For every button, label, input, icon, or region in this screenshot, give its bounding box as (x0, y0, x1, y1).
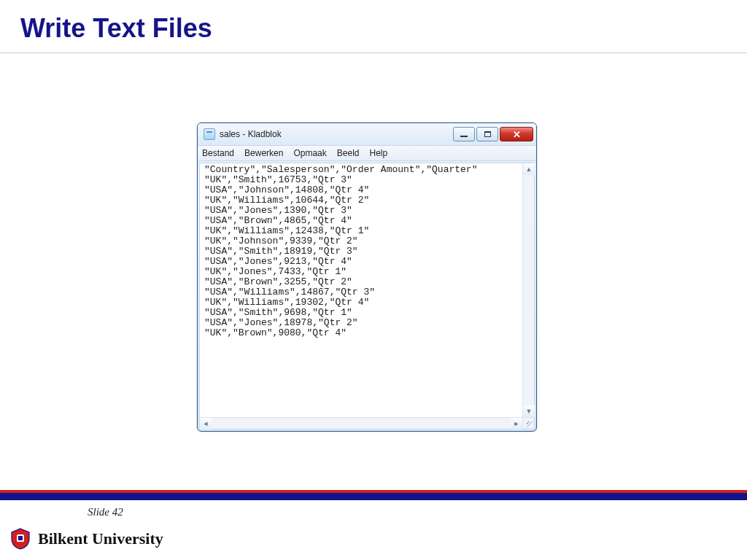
minimize-button[interactable] (453, 127, 475, 141)
menu-help[interactable]: Help (369, 148, 387, 158)
editor-area: "Country","Salesperson","Order Amount","… (199, 163, 535, 429)
text-content[interactable]: "Country","Salesperson","Order Amount","… (200, 163, 534, 429)
footer-stripes (0, 490, 747, 500)
menubar: Bestand Bewerken Opmaak Beeld Help (198, 145, 536, 161)
window-controls: ✕ (452, 127, 533, 141)
stripe-navy (0, 493, 747, 500)
maximize-icon (484, 131, 491, 137)
notepad-window: sales - Kladblok ✕ Bestand Bewerken Opma… (197, 122, 537, 432)
menu-view[interactable]: Beeld (337, 148, 360, 158)
resize-grip-icon[interactable] (522, 417, 534, 429)
horizontal-scrollbar[interactable]: ◄ ► (200, 417, 522, 429)
close-icon: ✕ (513, 130, 521, 139)
scroll-down-icon: ▼ (523, 405, 535, 417)
menu-format[interactable]: Opmaak (293, 148, 326, 158)
slide: Write Text Files sales - Kladblok ✕ Best… (0, 0, 747, 560)
minimize-icon (460, 136, 468, 137)
menu-file[interactable]: Bestand (202, 148, 234, 158)
scroll-left-icon: ◄ (200, 418, 212, 429)
title-divider (0, 52, 747, 53)
svg-rect-1 (18, 536, 23, 540)
scroll-right-icon: ► (511, 418, 522, 429)
slide-number: Slide 42 (88, 506, 123, 518)
university-branding: Bilkent University (10, 528, 163, 550)
scroll-up-icon: ▲ (523, 163, 535, 175)
university-crest-icon (10, 528, 31, 550)
notepad-icon (204, 128, 215, 140)
window-title: sales - Kladblok (220, 129, 282, 139)
menu-edit[interactable]: Bewerken (244, 148, 283, 158)
maximize-button[interactable] (476, 127, 498, 141)
slide-title: Write Text Files (0, 0, 747, 52)
titlebar[interactable]: sales - Kladblok ✕ (198, 123, 536, 145)
university-name: Bilkent University (38, 529, 163, 548)
close-button[interactable]: ✕ (500, 127, 533, 141)
vertical-scrollbar[interactable]: ▲ ▼ (522, 163, 534, 417)
